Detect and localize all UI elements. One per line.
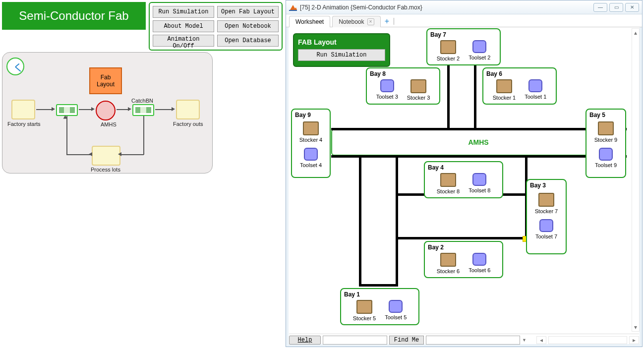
toolset-2-label: Toolset 2 <box>468 55 490 60</box>
stocker-9-icon[interactable] <box>598 121 614 135</box>
factory-outs-node[interactable] <box>176 100 200 119</box>
stocker-4-icon[interactable] <box>303 121 319 135</box>
bay-8-title: Bay 8 <box>370 70 436 77</box>
minimize-button[interactable]: — <box>593 3 607 12</box>
animation-toggle-button[interactable]: Animation On/Off <box>153 35 214 47</box>
bay-8[interactable]: Bay 8 Toolset 3 Stocker 3 <box>366 67 440 105</box>
track-bot-cap <box>359 284 398 287</box>
toolset-5-icon[interactable] <box>389 300 403 313</box>
find-input[interactable] <box>323 336 387 345</box>
bay-7-title: Bay 7 <box>430 31 497 38</box>
bay-6[interactable]: Bay 6 Stocker 1 Toolset 1 <box>482 67 557 105</box>
fab-layout-node-label: Fab Layout <box>97 74 115 88</box>
bay-7[interactable]: Bay 7 Stocker 2 Toolset 2 <box>426 28 501 65</box>
open-notebook-button[interactable]: Open Notebook <box>217 20 279 32</box>
open-database-button[interactable]: Open Database <box>217 35 279 47</box>
toolset-1-label: Toolset 1 <box>525 94 546 100</box>
bay-5[interactable]: Bay 5 Stocker 9 Toolset 9 <box>585 109 626 178</box>
track-branch-h2 <box>397 237 527 239</box>
stocker-2-icon[interactable] <box>440 40 456 54</box>
new-tab-button[interactable]: + <box>383 17 392 26</box>
stocker-2-label: Stocker 2 <box>437 56 460 61</box>
track-h-top <box>331 128 627 130</box>
toolset-1-icon[interactable] <box>528 79 542 92</box>
help-button[interactable]: Help <box>289 336 321 345</box>
status-bar: Help Find Me ▼ ◂ ▸ <box>289 334 639 345</box>
factory-starts-node[interactable] <box>11 100 35 119</box>
dropdown-caret-icon[interactable]: ▼ <box>522 338 527 343</box>
toolset-2-icon[interactable] <box>472 40 486 53</box>
horizontal-scrollbar[interactable] <box>548 336 627 344</box>
fab-layout-node[interactable]: Fab Layout <box>89 67 122 94</box>
find-button[interactable]: Find Me <box>389 336 424 345</box>
close-button[interactable]: ✕ <box>625 3 639 12</box>
catchbn-label: CatchBN <box>131 98 153 104</box>
window-title: [75] 2-D Animation {Semi-Conductor Fab.m… <box>300 4 422 11</box>
stocker-3-icon[interactable] <box>410 79 426 93</box>
bay-3[interactable]: Bay 3 Stocker 7 Toolset 7 <box>526 179 567 254</box>
toolset-6-icon[interactable] <box>472 253 486 266</box>
toolset-9-icon[interactable] <box>599 148 613 161</box>
factory-outs-label: Factory outs <box>173 121 203 127</box>
scroll-left-icon[interactable]: ◂ <box>536 336 546 344</box>
app-title-banner: Semi-Conductor Fab <box>2 2 146 30</box>
toolset-3-label: Toolset 3 <box>376 94 398 100</box>
tab-notebook[interactable]: Notebook × <box>332 16 380 27</box>
open-fab-layout-button[interactable]: Open Fab Layout <box>217 6 279 18</box>
stocker-4-label: Stocker 4 <box>299 137 322 143</box>
toolset-7-icon[interactable] <box>539 219 553 232</box>
tab-worksheet[interactable]: Worksheet <box>289 16 330 27</box>
toolbar-panel: Run Simulation Open Fab Layout About Mod… <box>149 2 283 51</box>
toolset-3-icon[interactable] <box>380 79 394 92</box>
clock-icon[interactable] <box>6 58 24 75</box>
amhs-node[interactable] <box>96 101 116 120</box>
vertical-scrollbar[interactable]: ▴ ▾ <box>632 28 640 332</box>
factory-starts-label: Factory starts <box>7 121 41 127</box>
stocker-8-icon[interactable] <box>440 173 456 187</box>
tab-close-icon[interactable]: × <box>367 18 374 25</box>
toolset-4-label: Toolset 4 <box>300 162 322 168</box>
toolset-5-label: Toolset 5 <box>385 314 407 320</box>
tab-strip: Worksheet Notebook × + <box>286 14 642 27</box>
process-lots-node[interactable] <box>92 146 120 166</box>
toolset-8-icon[interactable] <box>472 173 486 186</box>
flow-diagram: Fab Layout Factory starts AMHS CatchBN F… <box>2 52 213 174</box>
toolset-8-label: Toolset 8 <box>468 187 490 193</box>
svg-rect-1 <box>289 10 297 11</box>
stocker-7-icon[interactable] <box>538 193 554 207</box>
bay-9-title: Bay 9 <box>295 112 327 118</box>
secondary-input[interactable] <box>426 336 520 345</box>
run-simulation-canvas-button[interactable]: Run Simulation <box>298 49 385 61</box>
scroll-down-icon[interactable]: ▾ <box>632 323 639 331</box>
bay-9[interactable]: Bay 9 Stocker 4 Toolset 4 <box>291 109 331 178</box>
toolset-4-icon[interactable] <box>304 148 318 161</box>
router-node-1[interactable] <box>56 104 78 116</box>
bay-4-title: Bay 4 <box>428 164 499 171</box>
stocker-7-label: Stocker 7 <box>535 208 558 214</box>
amhs-label-box: AMHS <box>331 129 626 156</box>
toolset-6-label: Toolset 6 <box>468 267 490 273</box>
stocker-5-icon[interactable] <box>356 300 372 314</box>
about-model-button[interactable]: About Model <box>153 20 214 32</box>
toolset-9-label: Toolset 9 <box>595 162 617 168</box>
stocker-6-label: Stocker 6 <box>437 268 460 274</box>
bay-1[interactable]: Bay 1 Stocker 5 Toolset 5 <box>340 288 419 325</box>
bay-6-title: Bay 6 <box>486 70 553 77</box>
bay-2[interactable]: Bay 2 Stocker 6 Toolset 6 <box>424 241 503 278</box>
scroll-right-icon[interactable]: ▸ <box>629 336 639 344</box>
bay-1-title: Bay 1 <box>344 291 415 298</box>
fab-badge-title: FAB Layout <box>298 38 385 46</box>
maximize-button[interactable]: ▭ <box>609 3 623 12</box>
stocker-1-label: Stocker 1 <box>493 95 516 101</box>
app-title: Semi-Conductor Fab <box>19 9 128 23</box>
process-lots-label: Process lots <box>91 167 120 173</box>
tab-worksheet-label: Worksheet <box>295 18 324 25</box>
bay-4[interactable]: Bay 4 Stocker 8 Toolset 8 <box>424 161 503 198</box>
scroll-up-icon[interactable]: ▴ <box>632 29 639 37</box>
animation-window: [75] 2-D Animation {Semi-Conductor Fab.m… <box>286 0 643 347</box>
run-simulation-button[interactable]: Run Simulation <box>153 6 214 18</box>
stocker-1-icon[interactable] <box>496 79 512 93</box>
router-node-2[interactable] <box>132 104 154 116</box>
layout-canvas[interactable]: FAB Layout Run Simulation AMHS Bay 7 Sto… <box>289 28 631 332</box>
stocker-6-icon[interactable] <box>440 253 456 267</box>
